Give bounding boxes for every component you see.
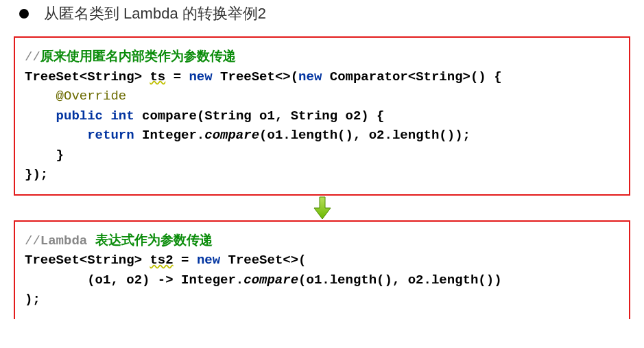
comment-text: 原来使用匿名内部类作为参数传递: [40, 49, 236, 65]
keyword-int: int: [103, 108, 134, 124]
keyword-new: new: [197, 253, 220, 268]
heading-row: 从匿名类到 Lambda 的转换举例2: [19, 3, 639, 24]
code-text: TreeSet<String>: [25, 253, 150, 268]
code-line-3: @Override: [25, 86, 619, 106]
code-text: }: [56, 148, 64, 163]
code-block-before: //原来使用匿名内部类作为参数传递 TreeSet<String> ts = n…: [14, 36, 630, 196]
keyword-new: new: [298, 69, 322, 84]
space: [134, 128, 142, 143]
code-text: TreeSet<String>: [25, 69, 150, 84]
method-compare: compare: [204, 128, 259, 143]
code-line-2: TreeSet<String> ts = new TreeSet<>(new C…: [25, 67, 619, 87]
code-line-6: }: [25, 146, 619, 165]
keyword-return: return: [87, 128, 134, 143]
comment-text: 表达式作为参数传递: [87, 233, 212, 248]
comment-slashes: //: [25, 233, 40, 248]
code-line-5: return Integer.compare(o1.length(), o2.l…: [25, 126, 619, 146]
keyword-new: new: [189, 69, 212, 84]
method-name: compare: [142, 108, 197, 124]
arrow-down-icon: [311, 196, 334, 220]
code-text: Integer.: [142, 128, 204, 143]
keyword-public: public: [56, 108, 103, 124]
code-text: (o1.length(), o2.length()): [298, 272, 501, 288]
code-var: ts2: [150, 253, 173, 268]
page-title: 从匿名类到 Lambda 的转换举例2: [44, 3, 266, 24]
code-line-4: );: [25, 290, 619, 310]
code-line-4: public int compare(String o1, String o2)…: [25, 106, 619, 126]
bullet-icon: [19, 9, 29, 19]
code-text: TreeSet<>(: [213, 69, 298, 84]
code-line-7: });: [25, 165, 619, 185]
code-text: (o1.length(), o2.length());: [259, 128, 470, 143]
code-text: =: [174, 253, 197, 268]
annotation-override: @Override: [56, 89, 127, 104]
code-line-1: //Lambda 表达式作为参数传递: [25, 231, 619, 251]
space: [134, 108, 142, 124]
code-text: (o1, o2) -> Integer.: [87, 272, 243, 288]
code-text: );: [25, 292, 40, 307]
code-block-after: //Lambda 表达式作为参数传递 TreeSet<String> ts2 =…: [14, 220, 630, 319]
code-text: Comparator<String>() {: [322, 69, 501, 84]
comment-lambda-label: Lambda: [40, 233, 87, 248]
arrow-row: [5, 196, 639, 220]
code-line-2: TreeSet<String> ts2 = new TreeSet<>(: [25, 251, 619, 270]
code-text: =: [165, 69, 189, 84]
code-text: TreeSet<>(: [220, 253, 306, 268]
code-text: });: [25, 167, 48, 182]
code-text: (String o1, String o2) {: [197, 108, 385, 124]
code-var: ts: [150, 69, 165, 84]
comment-slashes: //: [25, 49, 40, 65]
method-compare: compare: [243, 272, 298, 288]
code-line-3: (o1, o2) -> Integer.compare(o1.length(),…: [25, 270, 619, 290]
code-line-1: //原来使用匿名内部类作为参数传递: [25, 47, 619, 67]
